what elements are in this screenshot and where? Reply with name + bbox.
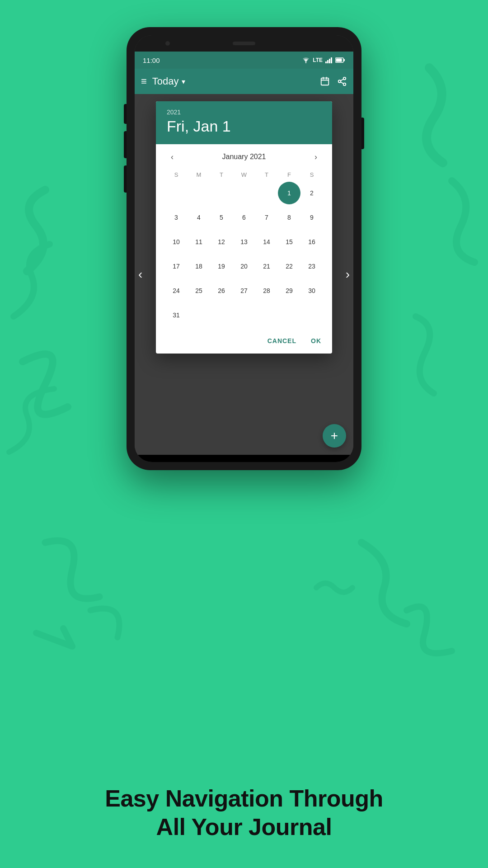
share-icon[interactable]: [337, 76, 347, 86]
dropdown-icon[interactable]: ▾: [182, 77, 185, 86]
status-time: 11:00: [143, 57, 160, 64]
empty-day-cell: [300, 304, 323, 326]
day-cell[interactable]: 8: [278, 206, 300, 229]
day-cell[interactable]: 25: [188, 279, 210, 302]
svg-rect-3: [329, 59, 330, 63]
day-cell[interactable]: 31: [165, 304, 188, 326]
weekday-label: T: [255, 171, 278, 178]
menu-icon[interactable]: ≡: [141, 75, 147, 87]
svg-rect-7: [336, 59, 342, 62]
empty-day-cell: [278, 304, 300, 326]
date-picker-dialog: 2021 Fri, Jan 1 ‹ January 2021 ›: [156, 101, 332, 354]
dialog-body: ‹ January 2021 › SMTWTFS 123456789101112: [156, 144, 332, 330]
day-cell[interactable]: 24: [165, 279, 188, 302]
power-button: [361, 118, 364, 149]
empty-day-cell: [255, 304, 278, 326]
dialog-selected-date: Fri, Jan 1: [167, 118, 321, 135]
svg-point-0: [305, 62, 306, 63]
svg-line-15: [341, 79, 343, 81]
calendar-icon[interactable]: [320, 76, 330, 86]
wifi-icon: [302, 57, 310, 63]
phone-screen: 11:00 LTE: [135, 35, 353, 462]
caption-line2: All Your Journal: [86, 813, 402, 841]
weekday-label: M: [188, 171, 210, 178]
status-bar: 11:00 LTE: [135, 52, 353, 69]
caption-line1: Easy Navigation Through: [86, 784, 402, 812]
lte-label: LTE: [313, 57, 323, 63]
prev-month-button[interactable]: ‹: [165, 150, 179, 164]
day-cell[interactable]: 2: [300, 182, 323, 204]
status-icons: LTE: [302, 57, 345, 63]
day-cell[interactable]: 17: [165, 255, 188, 278]
selected-day-cell[interactable]: 1: [278, 182, 300, 204]
day-cell[interactable]: 19: [210, 255, 233, 278]
dialog-overlay: 2021 Fri, Jan 1 ‹ January 2021 ›: [135, 94, 353, 455]
svg-line-16: [341, 82, 343, 84]
weekday-label: W: [233, 171, 255, 178]
home-button[interactable]: ●: [238, 458, 251, 462]
month-nav-title: January 2021: [222, 153, 266, 161]
dialog-header: 2021 Fri, Jan 1: [156, 101, 332, 144]
day-cell[interactable]: 26: [210, 279, 233, 302]
empty-day-cell: [188, 182, 210, 204]
day-cell[interactable]: 15: [278, 231, 300, 253]
weekday-label: F: [278, 171, 300, 178]
weekday-label: S: [300, 171, 323, 178]
day-cell[interactable]: 20: [233, 255, 255, 278]
signal-icon: [325, 57, 333, 63]
calendar-grid: SMTWTFS 12345678910111213141516171819202…: [165, 171, 323, 326]
day-cell[interactable]: 3: [165, 206, 188, 229]
camera-hole: [165, 41, 170, 46]
empty-day-cell: [188, 304, 210, 326]
app-toolbar: ≡ Today ▾: [135, 69, 353, 94]
bottom-nav-bar: ◀ ● ■: [135, 455, 353, 462]
weekday-label: T: [210, 171, 233, 178]
day-cell[interactable]: 18: [188, 255, 210, 278]
day-cell[interactable]: 11: [188, 231, 210, 253]
toolbar-right-icons: [320, 76, 347, 86]
svg-rect-1: [325, 61, 327, 63]
empty-day-cell: [233, 182, 255, 204]
day-cell[interactable]: 10: [165, 231, 188, 253]
day-cell[interactable]: 6: [233, 206, 255, 229]
volume-up-button: [124, 104, 127, 124]
silent-button: [124, 165, 127, 193]
svg-rect-6: [344, 59, 345, 61]
next-month-button[interactable]: ›: [309, 150, 323, 164]
cancel-button[interactable]: CANCEL: [264, 334, 300, 348]
day-cell[interactable]: 28: [255, 279, 278, 302]
day-cell[interactable]: 9: [300, 206, 323, 229]
day-cell[interactable]: 16: [300, 231, 323, 253]
recents-button[interactable]: ■: [311, 458, 324, 462]
day-cell[interactable]: 23: [300, 255, 323, 278]
volume-down-button: [124, 131, 127, 158]
day-cell[interactable]: 30: [300, 279, 323, 302]
empty-day-cell: [233, 304, 255, 326]
empty-day-cell: [165, 182, 188, 204]
empty-day-cell: [210, 304, 233, 326]
day-cell[interactable]: 29: [278, 279, 300, 302]
day-cell[interactable]: 14: [255, 231, 278, 253]
day-cell[interactable]: 22: [278, 255, 300, 278]
day-cell[interactable]: 7: [255, 206, 278, 229]
day-cell[interactable]: 13: [233, 231, 255, 253]
day-cell[interactable]: 5: [210, 206, 233, 229]
calendar-weekdays: SMTWTFS: [165, 171, 323, 178]
day-cell[interactable]: 12: [210, 231, 233, 253]
day-cell[interactable]: 21: [255, 255, 278, 278]
phone-top-bar: [135, 35, 353, 52]
day-cell[interactable]: 4: [188, 206, 210, 229]
empty-day-cell: [255, 182, 278, 204]
weekday-label: S: [165, 171, 188, 178]
dialog-year: 2021: [167, 108, 321, 116]
empty-day-cell: [210, 182, 233, 204]
back-button[interactable]: ◀: [164, 458, 178, 462]
month-nav: ‹ January 2021 ›: [165, 150, 323, 164]
dialog-actions: CANCEL OK: [156, 330, 332, 354]
app-content: ‹ › + 2021 Fri, Jan 1 ‹: [135, 94, 353, 455]
svg-rect-8: [321, 78, 329, 85]
speaker: [233, 42, 255, 45]
caption-text: Easy Navigation Through All Your Journal: [86, 784, 402, 841]
day-cell[interactable]: 27: [233, 279, 255, 302]
ok-button[interactable]: OK: [307, 334, 325, 348]
